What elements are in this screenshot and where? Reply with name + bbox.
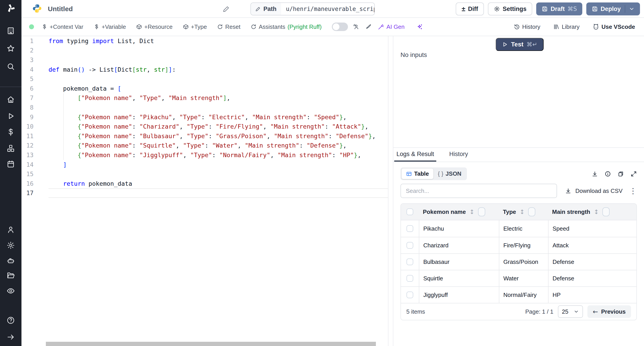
add-context-var-button[interactable]: +Context Var bbox=[42, 23, 84, 30]
row-checkbox[interactable] bbox=[406, 275, 413, 282]
script-title: Untitled bbox=[48, 5, 73, 13]
code-line: 3 bbox=[22, 55, 388, 65]
no-inputs-text: No inputs bbox=[400, 51, 427, 58]
assistants-button[interactable]: Assistants (Pyright Ruff) bbox=[251, 23, 322, 30]
info-icon[interactable] bbox=[605, 171, 611, 177]
expand-sidebar-icon[interactable] bbox=[6, 333, 15, 342]
format-brush-icon[interactable] bbox=[366, 24, 372, 30]
table-cell: Water bbox=[499, 270, 548, 286]
view-table-button[interactable]: Table bbox=[402, 169, 433, 179]
line-number: 12 bbox=[22, 142, 34, 149]
editor-horizontal-scrollbar[interactable] bbox=[46, 342, 376, 346]
resources-icon[interactable] bbox=[6, 144, 15, 153]
windmill-script-editor: Untitled Path u/henri/maneuverable_scrip… bbox=[0, 0, 644, 346]
view-json-button[interactable]: { } JSON bbox=[433, 169, 466, 179]
table-options-kebab-icon[interactable]: ⋮ bbox=[629, 187, 637, 195]
draft-button[interactable]: Draft ⌘S bbox=[536, 2, 582, 15]
row-checkbox[interactable] bbox=[406, 225, 413, 232]
pencil-icon bbox=[255, 6, 261, 11]
line-number: 4 bbox=[22, 66, 34, 73]
table-cell: Charizard bbox=[419, 237, 499, 253]
reset-button[interactable]: Reset bbox=[217, 23, 240, 30]
runs-icon[interactable] bbox=[6, 112, 15, 121]
vscode-cat-icon bbox=[592, 23, 599, 30]
magic-wand-icon bbox=[378, 24, 384, 30]
page-size-select[interactable]: 25 bbox=[558, 305, 583, 318]
dollar-icon bbox=[94, 24, 100, 30]
code-editor[interactable]: 1from typing import List, Dict234def mai… bbox=[22, 36, 388, 346]
dollar-icon bbox=[42, 24, 48, 30]
settings-button[interactable]: Settings bbox=[488, 2, 532, 15]
row-checkbox[interactable] bbox=[406, 242, 413, 249]
home-icon[interactable] bbox=[6, 95, 15, 104]
ai-gen-button[interactable]: AI Gen bbox=[378, 23, 404, 30]
draft-label: Draft bbox=[550, 5, 564, 12]
code-line: 13 {"Pokemon name": "Jigglypuff", "Type"… bbox=[22, 150, 388, 160]
table-cell: Speed bbox=[548, 220, 636, 237]
audit-logs-icon[interactable] bbox=[6, 286, 15, 295]
favorites-icon[interactable] bbox=[6, 44, 15, 53]
folders-icon[interactable] bbox=[6, 271, 15, 280]
workspace-icon[interactable] bbox=[6, 26, 15, 35]
tab-logs-result[interactable]: Logs & Result bbox=[394, 148, 436, 162]
users-icon[interactable] bbox=[6, 225, 15, 234]
column-filter-pill[interactable] bbox=[528, 207, 535, 216]
sparkles-icon[interactable] bbox=[416, 24, 423, 30]
download-as-csv-button[interactable]: Download as CSV bbox=[565, 187, 622, 194]
line-number: 14 bbox=[22, 161, 34, 168]
sort-icon[interactable]: ↕ bbox=[594, 208, 599, 215]
multiplayer-users-icon[interactable] bbox=[353, 24, 359, 30]
diff-button[interactable]: ± Diff bbox=[456, 2, 484, 15]
sort-icon[interactable]: ↕ bbox=[469, 208, 474, 215]
add-variable-button[interactable]: +Variable bbox=[94, 23, 126, 30]
multiplayer-toggle[interactable] bbox=[332, 22, 348, 31]
add-type-button[interactable]: +Type bbox=[183, 23, 207, 30]
copy-clipboard-icon[interactable] bbox=[618, 171, 624, 177]
line-number: 10 bbox=[22, 123, 34, 130]
schedules-icon[interactable] bbox=[6, 160, 15, 169]
variables-icon[interactable] bbox=[6, 128, 15, 137]
help-icon[interactable] bbox=[6, 316, 15, 325]
code-line: 10 {"Pokemon name": "Charizard", "Type":… bbox=[22, 122, 388, 131]
settings-icon[interactable] bbox=[6, 241, 15, 250]
line-number: 11 bbox=[22, 133, 34, 140]
chevron-down-icon bbox=[574, 309, 579, 314]
test-run-button[interactable]: Test ⌘↵ bbox=[496, 38, 544, 51]
path-value[interactable]: u/henri/maneuverable_script bbox=[281, 5, 375, 12]
deploy-dropdown-caret[interactable] bbox=[625, 5, 634, 13]
row-checkbox[interactable] bbox=[406, 258, 413, 265]
expand-fullscreen-icon[interactable] bbox=[630, 171, 637, 177]
column-filter-pill[interactable] bbox=[602, 207, 610, 216]
select-all-checkbox[interactable] bbox=[406, 208, 413, 215]
line-number: 9 bbox=[22, 114, 34, 121]
result-search-input[interactable] bbox=[400, 184, 557, 198]
deploy-button[interactable]: Deploy bbox=[586, 2, 640, 15]
sidebar-divider bbox=[0, 87, 22, 87]
tab-history[interactable]: History bbox=[447, 148, 470, 162]
use-vscode-button[interactable]: Use VScode bbox=[592, 23, 635, 30]
line-number: 1 bbox=[22, 37, 34, 44]
test-shortcut: ⌘↵ bbox=[526, 41, 537, 48]
download-result-icon[interactable] bbox=[592, 171, 598, 177]
table-cell: Pikachu bbox=[419, 220, 499, 237]
column-filter-pill[interactable] bbox=[478, 207, 485, 216]
path-field[interactable]: Path u/henri/maneuverable_script bbox=[250, 2, 375, 15]
search-icon[interactable] bbox=[6, 62, 15, 71]
draft-shortcut: ⌘S bbox=[567, 5, 577, 12]
add-resource-button[interactable]: +Resource bbox=[136, 23, 172, 30]
line-number: 16 bbox=[22, 180, 34, 187]
result-body: Table { } JSON Dow bbox=[400, 162, 637, 346]
table-cell: Squirtle bbox=[419, 270, 499, 286]
code-line: 2 bbox=[22, 46, 388, 55]
workers-icon[interactable] bbox=[6, 256, 15, 265]
row-checkbox[interactable] bbox=[406, 292, 413, 298]
top-header: Untitled Path u/henri/maneuverable_scrip… bbox=[22, 0, 644, 18]
package-icon bbox=[183, 24, 189, 30]
history-button[interactable]: History bbox=[514, 23, 540, 30]
library-button[interactable]: Library bbox=[553, 23, 580, 30]
table-cell: Defense bbox=[548, 254, 636, 270]
edit-title-pencil-icon[interactable] bbox=[223, 5, 230, 13]
table-footer: 5 items Page: 1 / 1 25 ← Previous bbox=[401, 303, 636, 320]
sort-icon[interactable]: ↕ bbox=[520, 208, 525, 215]
previous-page-button[interactable]: ← Previous bbox=[588, 305, 631, 318]
